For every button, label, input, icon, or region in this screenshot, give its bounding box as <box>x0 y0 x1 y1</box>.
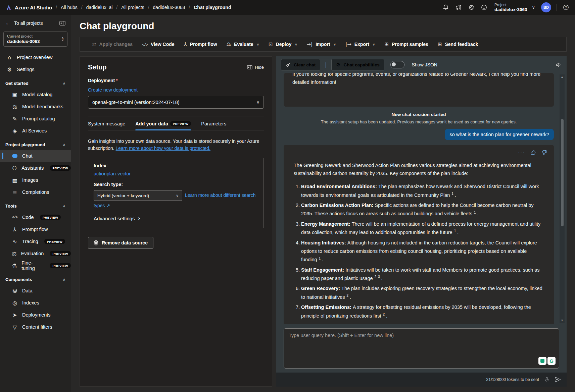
chat-input[interactable] <box>284 329 559 368</box>
chat-capabilities-button[interactable]: ⚙ Chat capabilities <box>331 59 384 70</box>
sidebar-item-deployments[interactable]: ➤Deployments <box>0 309 71 321</box>
sidebar-item-data[interactable]: ⛁Data <box>0 285 71 297</box>
feedback-smiley-icon[interactable] <box>480 4 488 11</box>
app-logo-and-title[interactable]: Azure AI Studio <box>5 4 52 11</box>
divider-line <box>521 122 554 122</box>
more-options-icon[interactable]: ··· <box>518 151 525 154</box>
help-icon[interactable]: ? <box>562 4 570 11</box>
breadcrumb-separator: / <box>148 5 149 10</box>
back-to-all-projects[interactable]: ← To all projects <box>0 20 71 26</box>
toolbar-button-view-code[interactable]: </>View Code <box>137 37 179 51</box>
breadcrumb-item-dadidelux-ai[interactable]: dadidelux_ai <box>86 5 113 10</box>
toolbar-button-evaluate[interactable]: ⚖Evaluate∨ <box>222 37 264 51</box>
preview-badge: PREVIEW <box>50 251 71 256</box>
project-switcher[interactable]: Project dadidelux-3063 ∨ <box>493 3 536 12</box>
sidebar-item-evaluation[interactable]: ⚖EvaluationPREVIEW <box>0 247 71 260</box>
deployment-select[interactable]: openai-gpt-4o-mini (version:2024-07-18) … <box>88 96 264 109</box>
data-protected-link[interactable]: Learn more about how your data is protec… <box>115 146 210 151</box>
topbar-divider <box>557 4 557 11</box>
breadcrumb-item-all-hubs[interactable]: All hubs <box>61 5 78 10</box>
gear-icon: ⚙ <box>6 66 13 73</box>
toolbar-button-send-feedback[interactable]: ⊞Send feedback <box>433 37 483 51</box>
sidebar-item-content-filters[interactable]: ▽Content filters <box>0 321 71 333</box>
citation-ref[interactable]: 1 <box>474 211 476 214</box>
index-value-link[interactable]: actionplan-vector <box>94 171 258 176</box>
user-avatar[interactable]: BD <box>541 2 551 12</box>
microphone-icon[interactable] <box>544 377 550 383</box>
scroll-up-icon[interactable]: ▲ <box>561 74 564 79</box>
thumbs-up-icon[interactable] <box>530 150 536 155</box>
grammarly-icon[interactable]: G <box>547 357 556 365</box>
toolbar-button-prompt-samples[interactable]: ⊞Prompt samples <box>380 37 433 51</box>
remove-data-source-button[interactable]: Remove data source <box>88 237 153 249</box>
citation-ref[interactable]: 3 <box>378 275 380 279</box>
notifications-bell-icon[interactable] <box>442 4 449 11</box>
hide-setup-button[interactable]: Hide <box>247 65 264 70</box>
cube-icon: ▣ <box>11 92 18 98</box>
advanced-settings-toggle[interactable]: Advanced settings › <box>94 215 258 222</box>
sidebar-section-tools[interactable]: Tools∧ <box>0 198 71 211</box>
scroll-down-icon[interactable]: ▼ <box>561 318 564 323</box>
sidebar-section-project-playground[interactable]: Project playground∧ <box>0 137 71 150</box>
send-message-icon[interactable] <box>555 376 561 383</box>
sidebar-item-code[interactable]: </>CodePREVIEW <box>0 211 71 223</box>
current-project-selector[interactable]: Current project dadidelux-3063 ∧ ∨ <box>3 32 67 47</box>
create-new-deployment-link[interactable]: Create new deployment <box>88 87 138 93</box>
breadcrumb-item-dadidelux-3063[interactable]: dadidelux-3063 <box>153 5 185 10</box>
sidebar-item-chat[interactable]: Chat <box>0 150 71 162</box>
scrollbar-thumb[interactable] <box>561 119 564 226</box>
sidebar-item-indexes[interactable]: ◎Indexes <box>0 297 71 309</box>
sidebar-item-fine-tuning[interactable]: ⚗Fine-tuningPREVIEW <box>0 260 71 272</box>
citation-ref[interactable]: 1 <box>451 192 453 195</box>
tracing-icon: ∿ <box>11 238 18 245</box>
chat-scrollbar[interactable]: ▲ ▼ <box>560 74 565 323</box>
toolbar-button-deploy[interactable]: ⊡Deploy∨ <box>264 37 302 51</box>
extension-pin-icon[interactable] <box>538 357 546 365</box>
prompt-doc-icon: ✎ <box>11 116 18 122</box>
sidebar-item-settings[interactable]: ⚙Settings <box>0 63 71 75</box>
citation-ref[interactable]: 1 <box>454 229 456 233</box>
breadcrumb-item-all-projects[interactable]: All projects <box>121 5 144 10</box>
clear-chat-button[interactable]: Clear chat <box>281 59 320 70</box>
sidebar-section-get-started[interactable]: Get started∧ <box>0 75 71 89</box>
scrollbar-track[interactable] <box>560 79 565 318</box>
tab-parameters[interactable]: Parameters <box>201 121 226 130</box>
toolbar-button-prompt-flow[interactable]: ⅄Prompt flow <box>179 37 222 51</box>
citation-ref[interactable]: 2 <box>375 275 377 279</box>
collapse-sidebar-icon[interactable] <box>59 21 65 25</box>
playground-toolbar: ⇄Apply changes</>View Code⅄Prompt flow⚖E… <box>80 37 567 52</box>
sidebar-item-prompt-flow[interactable]: ⅄Prompt flow <box>0 223 71 235</box>
thumbs-down-icon[interactable] <box>541 150 547 155</box>
toolbar-button-import[interactable]: →|Import∨ <box>302 37 341 51</box>
show-json-toggle[interactable] <box>390 61 404 68</box>
sidebar-item-completions[interactable]: ≣Completions <box>0 186 71 198</box>
toolbar-button-export[interactable]: |→Export∨ <box>341 37 380 51</box>
sidebar-item-tracing[interactable]: ∿TracingPREVIEW <box>0 235 71 247</box>
citation-ref[interactable]: 2 <box>347 294 349 297</box>
tab-add-your-data[interactable]: Add your dataPREVIEW <box>135 121 191 130</box>
sidebar-item-project-overview[interactable]: ⌂Project overview <box>0 51 71 63</box>
list-item-label: Green Recovery: <box>301 286 341 291</box>
announcements-megaphone-icon[interactable] <box>455 4 462 11</box>
sidebar-item-model-catalog[interactable]: ▣Model catalog <box>0 89 71 101</box>
back-to-all-projects-label: To all projects <box>14 20 43 26</box>
toolbar-button-apply-changes[interactable]: ⇄Apply changes <box>87 37 137 51</box>
search-type-select[interactable]: Hybrid (vector + keyword) ∨ <box>94 190 182 201</box>
sidebar-item-prompt-catalog[interactable]: ✎Prompt catalog <box>0 113 71 125</box>
citation-ref[interactable]: 1 <box>319 257 321 260</box>
settings-gear-icon[interactable] <box>468 4 475 11</box>
sidebar-section-components[interactable]: Components∧ <box>0 272 71 285</box>
tab-system-message[interactable]: System message <box>88 121 125 130</box>
read-aloud-speaker-icon[interactable] <box>555 61 562 68</box>
sidebar-item-assistants[interactable]: ⚇AssistantsPREVIEW <box>0 162 71 174</box>
citation-ref[interactable]: 2 <box>383 313 385 316</box>
breadcrumb-item-chat-playground[interactable]: Chat playground <box>194 5 231 10</box>
diamonds-icon: ◈ <box>11 128 18 134</box>
breadcrumb-separator: / <box>81 5 83 10</box>
sidebar-item-label: AI Services <box>22 128 47 133</box>
sidebar-item-model-benchmarks[interactable]: ⚖Model benchmarks <box>0 101 71 113</box>
azure-ai-studio-app: Azure AI Studio /All hubs/dadidelux_ai/A… <box>0 0 575 392</box>
sidebar-item-images[interactable]: ▦Images <box>0 174 71 186</box>
sidebar-item-ai-services[interactable]: ◈AI Services <box>0 125 71 137</box>
chat-messages-area: If you're looking for specific programs,… <box>276 73 567 324</box>
